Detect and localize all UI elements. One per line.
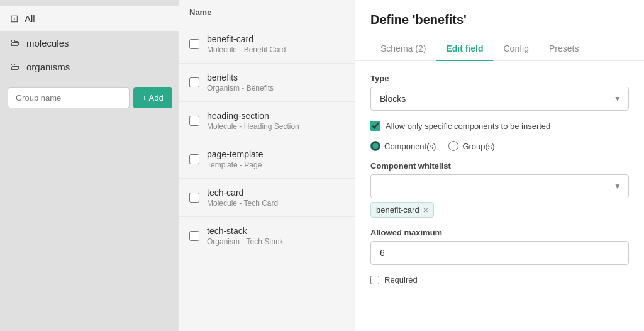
- add-group-button[interactable]: + Add: [133, 87, 172, 108]
- group-name-input[interactable]: [8, 87, 130, 108]
- list-item-name: benefits: [207, 72, 274, 82]
- group-input-row: + Add: [0, 81, 179, 115]
- whitelist-group: Component whitelist ▼ benefit-card ×: [370, 161, 629, 218]
- tab-schema[interactable]: Schema (2): [370, 37, 436, 61]
- tags-row: benefit-card ×: [370, 202, 629, 218]
- list-item-sub: Molecule - Tech Card: [207, 199, 278, 208]
- list-item-sub: Organism - Benefits: [207, 84, 274, 93]
- list-item-checkbox-page-template[interactable]: [189, 154, 199, 164]
- whitelist-select-wrapper: ▼: [370, 174, 629, 198]
- radio-components[interactable]: [370, 141, 380, 151]
- tag-benefit-card: benefit-card ×: [370, 202, 434, 218]
- list-item-checkbox-benefits[interactable]: [189, 77, 199, 87]
- list-item-name: heading-section: [207, 111, 299, 121]
- tab-config[interactable]: Config: [493, 37, 538, 61]
- list-item[interactable]: tech-stack Organism - Tech Stack: [179, 217, 355, 255]
- whitelist-select[interactable]: [370, 174, 629, 198]
- allowed-max-input-wrapper: 6: [370, 241, 629, 265]
- list-item[interactable]: benefit-card Molecule - Benefit Card: [179, 25, 355, 64]
- type-label: Type: [370, 74, 629, 83]
- list-header: Name: [179, 0, 355, 25]
- panel-body: Type BlocksTextNumberBooleanArrayObject …: [355, 61, 644, 297]
- radio-groups-row: Group(s): [448, 141, 494, 151]
- folder-icon-organisms: 🗁: [10, 61, 20, 72]
- right-panel: Define 'benefits' Schema (2) Edit field …: [355, 0, 644, 331]
- required-label: Required: [384, 275, 418, 284]
- list-item-name: tech-card: [207, 188, 278, 198]
- all-icon: ⊡: [10, 13, 18, 25]
- required-checkbox[interactable]: [370, 276, 379, 284]
- sidebar-item-all-label: All: [25, 13, 35, 24]
- type-select-wrapper: BlocksTextNumberBooleanArrayObject ▼: [370, 87, 629, 111]
- list-item[interactable]: heading-section Molecule - Heading Secti…: [179, 102, 355, 140]
- sidebar-item-organisms[interactable]: 🗁 organisms: [0, 55, 179, 79]
- list-item-name: tech-stack: [207, 226, 283, 236]
- list-item[interactable]: page-template Template - Page: [179, 140, 355, 179]
- sidebar-item-molecules[interactable]: 🗁 molecules: [0, 31, 179, 55]
- allowed-max-label: Allowed maximum: [370, 228, 629, 237]
- tag-remove-button[interactable]: ×: [423, 206, 428, 215]
- type-field-group: Type BlocksTextNumberBooleanArrayObject …: [370, 74, 629, 111]
- whitelist-label: Component whitelist: [370, 161, 629, 171]
- list-item-checkbox-tech-card[interactable]: [189, 193, 199, 203]
- component-list: Name benefit-card Molecule - Benefit Car…: [179, 0, 355, 331]
- panel-header: Define 'benefits' Schema (2) Edit field …: [355, 0, 644, 61]
- sidebar-item-organisms-label: organisms: [26, 62, 70, 72]
- list-item-checkbox-benefit-card[interactable]: [189, 39, 199, 49]
- sidebar-item-all[interactable]: ⊡ All: [0, 6, 179, 31]
- allowed-max-input[interactable]: 6: [370, 241, 629, 265]
- allowed-max-group: Allowed maximum 6: [370, 228, 629, 265]
- list-item-sub: Organism - Tech Stack: [207, 237, 283, 246]
- allow-specific-label: Allow only specific components to be ins…: [386, 121, 550, 131]
- list-item-sub: Molecule - Heading Section: [207, 122, 299, 131]
- list-item[interactable]: benefits Organism - Benefits: [179, 64, 355, 102]
- radio-components-row: Component(s): [370, 141, 436, 151]
- list-item-sub: Template - Page: [207, 160, 264, 169]
- sidebar-item-molecules-label: molecules: [26, 38, 69, 48]
- tabs: Schema (2) Edit field Config Presets: [370, 37, 629, 60]
- list-item-checkbox-tech-stack[interactable]: [189, 231, 199, 241]
- radio-group: Component(s) Group(s): [370, 141, 629, 151]
- radio-groups[interactable]: [448, 141, 458, 151]
- list-item-name: benefit-card: [207, 34, 286, 44]
- tab-presets[interactable]: Presets: [539, 37, 589, 61]
- radio-groups-label: Group(s): [462, 142, 494, 151]
- type-select[interactable]: BlocksTextNumberBooleanArrayObject: [370, 87, 629, 111]
- list-item[interactable]: tech-card Molecule - Tech Card: [179, 179, 355, 217]
- allow-specific-row: Allow only specific components to be ins…: [370, 121, 629, 131]
- sidebar: ⊡ All 🗁 molecules 🗁 organisms + Add: [0, 0, 179, 331]
- folder-icon-molecules: 🗁: [10, 37, 20, 48]
- tab-edit-field[interactable]: Edit field: [436, 37, 493, 61]
- list-item-sub: Molecule - Benefit Card: [207, 45, 286, 54]
- panel-title: Define 'benefits': [370, 13, 629, 27]
- list-item-checkbox-heading-section[interactable]: [189, 116, 199, 126]
- tag-label: benefit-card: [376, 205, 419, 215]
- list-item-name: page-template: [207, 149, 264, 159]
- allow-specific-checkbox[interactable]: [370, 121, 380, 131]
- required-row: Required: [370, 275, 629, 284]
- radio-components-label: Component(s): [384, 142, 436, 151]
